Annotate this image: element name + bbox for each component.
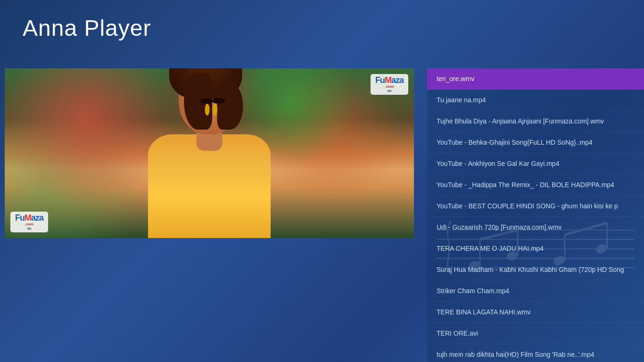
watermark-top-right: FuMaza .comun: [371, 74, 408, 95]
playlist-item[interactable]: YouTube - BEST COUPLE HINDI SONG - ghum …: [427, 196, 644, 217]
playlist-item[interactable]: YouTube - _Hadippa The Remix_ - DIL BOLE…: [427, 174, 644, 196]
video-player[interactable]: FuMaza .comun FuMaza .comun: [5, 68, 414, 238]
playlist-item[interactable]: YouTube - Behka-Ghajini Song{FuLL HD SoN…: [427, 132, 644, 153]
playlist-item[interactable]: tujh mein rab dikhta hai(HD) Film Song '…: [427, 344, 644, 362]
playlist-item[interactable]: TERA CHERA ME O JADU HAI.mp4: [427, 238, 644, 259]
watermark-bottom-left: FuMaza .comun: [10, 212, 48, 232]
playlist-item[interactable]: TERE BINA LAGATA NAHI.wmv: [427, 302, 644, 323]
playlist-item[interactable]: Udi - Guzaarish 720p [Funmaza.com].wmv: [427, 217, 644, 238]
playlist-item[interactable]: Suraj Hua Madham - Kabhi Khushi Kabhi Gh…: [427, 259, 644, 280]
playlist-item[interactable]: Striker Cham Cham.mp4: [427, 280, 644, 302]
playlist-item[interactable]: YouTube - Ankhiyon Se Gal Kar Gayi.mp4: [427, 153, 644, 174]
playlist-item[interactable]: Tu jaane na.mp4: [427, 90, 644, 111]
playlist-panel: teri_ore.wmvTu jaane na.mp4Tujhe Bhula D…: [427, 68, 644, 362]
playlist-item[interactable]: Tujhe Bhula Diya - Anjaana Ajnjaani [Fun…: [427, 111, 644, 132]
playlist-item[interactable]: teri_ore.wmv: [427, 68, 644, 90]
app-title: Anna Player: [23, 15, 151, 41]
playlist-item[interactable]: TERI ORE.avi: [427, 323, 644, 344]
